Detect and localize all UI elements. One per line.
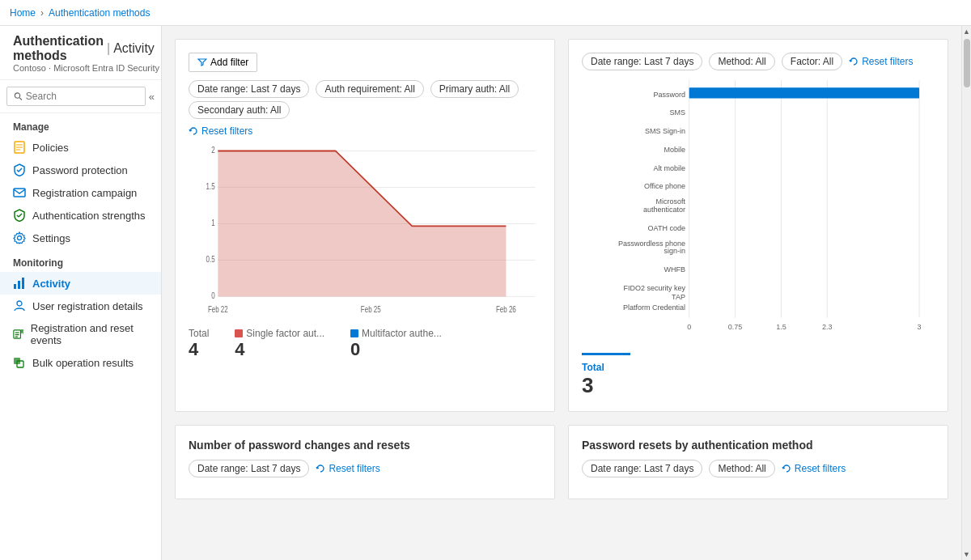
svg-point-17: [17, 301, 22, 306]
svg-text:OATH code: OATH code: [648, 224, 685, 232]
svg-rect-14: [14, 284, 16, 289]
svg-text:Passwordless phone: Passwordless phone: [618, 240, 685, 248]
sidebar-item-bulk-op-label: Bulk operation results: [32, 357, 134, 369]
sidebar-item-settings-label: Settings: [32, 232, 70, 244]
page-title-sep: |: [107, 41, 110, 56]
svg-rect-10: [14, 189, 25, 197]
svg-text:SMS Sign-in: SMS Sign-in: [645, 127, 685, 135]
campaign-icon: [13, 186, 26, 199]
bar-chart-svg: Password SMS SMS Sign-in Mobile Alt mobi…: [582, 77, 935, 344]
single-factor-value: 4: [235, 339, 324, 360]
svg-text:Feb 22: Feb 22: [208, 305, 228, 314]
svg-rect-58: [689, 87, 919, 98]
svg-line-11: [17, 215, 19, 217]
policy-icon: [13, 141, 26, 154]
filter-chip-date[interactable]: Date range: Last 7 days: [189, 80, 309, 98]
pw-resets-reset-label[interactable]: Reset filters: [795, 463, 846, 474]
sidebar-item-registration-reset[interactable]: Registration and reset events: [0, 317, 161, 351]
total-label: Total: [189, 328, 209, 339]
pw-resets-method-filter[interactable]: Method: All: [709, 460, 774, 477]
sidebar-item-activity-label: Activity: [32, 278, 70, 290]
sidebar-item-authentication-strengths[interactable]: Authentication strengths: [0, 204, 161, 227]
sidebar-item-settings[interactable]: Settings: [0, 227, 161, 249]
pw-resets-date-filter[interactable]: Date range: Last 7 days: [582, 460, 702, 477]
svg-text:sign-in: sign-in: [664, 247, 685, 255]
shield-icon: [13, 163, 26, 176]
filter-chip-secondary[interactable]: Secondary auth: All: [189, 101, 290, 119]
bar-filter-date[interactable]: Date range: Last 7 days: [582, 53, 702, 70]
breadcrumb-home[interactable]: Home: [10, 7, 36, 19]
svg-text:2.3: 2.3: [822, 323, 833, 331]
add-filter-button[interactable]: Add filter: [189, 53, 257, 72]
reset-filters-label[interactable]: Reset filters: [201, 125, 252, 137]
svg-text:0.75: 0.75: [728, 323, 743, 331]
password-resets-title: Password resets by authentication method: [582, 439, 935, 452]
svg-text:Mobile: Mobile: [664, 146, 685, 154]
reset-icon-small: [189, 126, 198, 136]
sidebar-item-reg-reset-label: Registration and reset events: [31, 322, 148, 346]
reset-icon-pw: [316, 464, 325, 473]
sidebar-item-user-reg-label: User registration details: [32, 300, 143, 312]
monitoring-section-label: Monitoring: [0, 249, 161, 272]
svg-text:Feb 25: Feb 25: [361, 305, 381, 314]
svg-text:TAP: TAP: [672, 293, 685, 301]
bar-filter-method[interactable]: Method: All: [709, 53, 774, 70]
reset-icon-pwm: [782, 464, 791, 473]
breadcrumb-sep: ›: [40, 7, 44, 19]
single-factor-legend: [235, 329, 243, 337]
svg-point-4: [15, 93, 19, 98]
svg-rect-21: [15, 337, 18, 337]
sidebar-item-registration-campaign-label: Registration campaign: [32, 187, 137, 199]
breadcrumb-section[interactable]: Authentication methods: [49, 7, 150, 19]
pw-changes-date-filter[interactable]: Date range: Last 7 days: [189, 460, 309, 477]
add-filter-label: Add filter: [210, 57, 248, 68]
svg-text:0: 0: [211, 291, 214, 300]
password-changes-card: Number of password changes and resets Da…: [175, 425, 555, 499]
svg-text:FIDO2 security key: FIDO2 security key: [623, 284, 685, 292]
filter-chip-auth-req[interactable]: Auth requirement: All: [316, 80, 423, 98]
filter-chip-primary[interactable]: Primary auth: All: [430, 80, 519, 98]
sidebar-item-bulk-operation[interactable]: Bulk operation results: [0, 351, 161, 374]
area-chart-svg: 2 1.5 1 0.5 0 Feb 22 Feb 25 Feb 26: [189, 143, 541, 321]
scroll-down-arrow[interactable]: ▼: [961, 549, 971, 560]
svg-rect-20: [15, 334, 19, 335]
svg-text:3: 3: [918, 323, 922, 331]
svg-line-5: [19, 98, 22, 100]
bar-reset-label[interactable]: Reset filters: [862, 56, 913, 67]
svg-point-13: [18, 236, 22, 240]
total-value: 4: [189, 339, 209, 360]
scroll-up-arrow[interactable]: ▲: [961, 26, 971, 37]
reset-icon: [13, 328, 24, 341]
reset-icon-bar: [849, 57, 859, 66]
svg-rect-16: [22, 278, 24, 289]
search-input[interactable]: [26, 91, 138, 102]
pw-changes-reset-label[interactable]: Reset filters: [329, 463, 379, 474]
scroll-thumb[interactable]: [964, 39, 970, 87]
svg-line-12: [19, 214, 22, 217]
svg-text:0: 0: [687, 323, 691, 331]
manage-section-label: Manage: [0, 113, 161, 136]
collapse-icon[interactable]: «: [149, 91, 155, 103]
bulk-icon: [13, 356, 26, 369]
sidebar-item-user-registration[interactable]: User registration details: [0, 295, 161, 317]
search-icon: [14, 91, 23, 101]
sidebar-item-registration-campaign[interactable]: Registration campaign: [0, 181, 161, 204]
password-resets-method-card: Password resets by authentication method…: [568, 425, 948, 499]
page-subtitle: Activity: [113, 41, 155, 56]
bar-total-value: 3: [582, 373, 630, 398]
sidebar-item-policies[interactable]: Policies: [0, 136, 161, 159]
sidebar-item-password-protection-label: Password protection: [32, 164, 128, 176]
gear-icon: [13, 231, 26, 244]
svg-text:SMS: SMS: [669, 108, 685, 117]
sidebar-item-auth-strengths-label: Authentication strengths: [32, 210, 145, 222]
sidebar-item-activity[interactable]: Activity: [0, 272, 161, 295]
svg-text:Microsoft: Microsoft: [655, 197, 685, 206]
svg-text:authenticator: authenticator: [643, 206, 685, 214]
svg-text:Office phone: Office phone: [644, 182, 685, 190]
svg-text:2: 2: [211, 146, 214, 155]
sidebar-item-password-protection[interactable]: Password protection: [0, 159, 161, 181]
page-title: Authentication methods: [13, 34, 104, 63]
bar-filter-factor[interactable]: Factor: All: [782, 53, 842, 70]
svg-text:Platform Credential: Platform Credential: [623, 303, 685, 312]
svg-text:Feb 26: Feb 26: [496, 305, 516, 314]
